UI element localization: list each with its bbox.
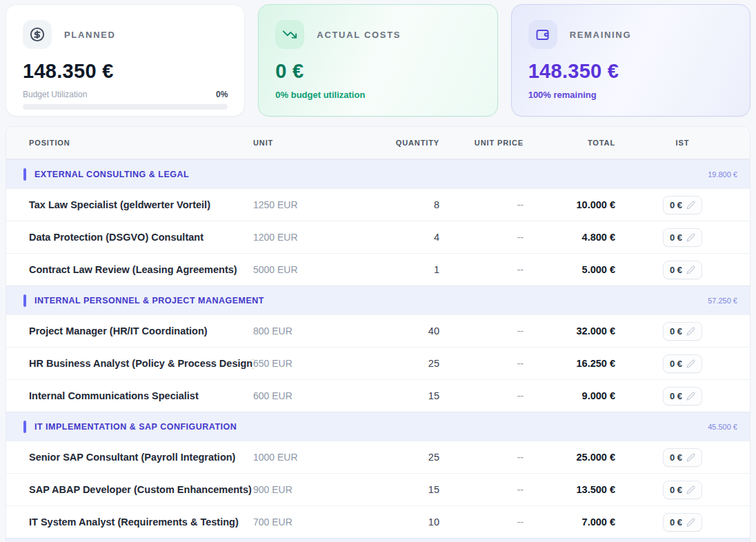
column-header-ist: IST bbox=[615, 139, 750, 147]
quantity-cell: 15 bbox=[339, 484, 439, 495]
table-row: SAP ABAP Developer (Custom Enhancements)… bbox=[6, 473, 750, 505]
quantity-cell: 10 bbox=[339, 516, 439, 528]
unit-cell: 800 EUR bbox=[253, 325, 339, 337]
position-cell: Contract Law Review (Leasing Agreements) bbox=[6, 264, 253, 275]
total-cell: 25.000 € bbox=[536, 452, 615, 463]
unit-cell: 900 EUR bbox=[253, 484, 339, 495]
column-header-total: TOTAL bbox=[536, 139, 615, 147]
group-header-external-consulting: EXTERNAL CONSULTING & LEGAL 19.800 € bbox=[6, 159, 750, 188]
summary-cards: PLANNED 148.350 € Budget Utilization 0% … bbox=[6, 4, 750, 117]
group-header-internal-personnel: INTERNAL PERSONNEL & PROJECT MANAGEMENT … bbox=[6, 285, 750, 314]
planned-value: 148.350 € bbox=[23, 60, 228, 83]
pencil-icon bbox=[686, 518, 695, 527]
unit-price-cell: -- bbox=[439, 358, 536, 369]
budget-page: PLANNED 148.350 € Budget Utilization 0% … bbox=[0, 0, 756, 542]
table-row: Data Protection (DSGVO) Consultant 1200 … bbox=[6, 221, 750, 253]
position-cell: Project Manager (HR/IT Coordination) bbox=[6, 325, 253, 337]
group-title: INTERNAL PERSONNEL & PROJECT MANAGEMENT bbox=[34, 296, 264, 305]
pencil-icon bbox=[686, 359, 695, 368]
group-title: IT IMPLEMENTATION & SAP CONFIGURATION bbox=[34, 422, 237, 432]
unit-price-cell: -- bbox=[439, 484, 536, 495]
quantity-cell: 4 bbox=[339, 232, 439, 243]
unit-price-cell: -- bbox=[439, 516, 536, 528]
quantity-cell: 25 bbox=[339, 358, 439, 369]
unit-cell: 1200 EUR bbox=[253, 232, 339, 243]
pencil-icon bbox=[686, 233, 695, 242]
column-header-unit: UNIT bbox=[253, 139, 339, 147]
ist-edit-button[interactable]: 0 € bbox=[663, 322, 702, 341]
total-cell: 10.000 € bbox=[536, 199, 615, 210]
unit-cell: 600 EUR bbox=[253, 390, 339, 401]
unit-cell: 5000 EUR bbox=[253, 264, 339, 275]
pencil-icon bbox=[686, 265, 695, 274]
planned-card: PLANNED 148.350 € Budget Utilization 0% bbox=[6, 4, 245, 117]
table-header-row: POSITION UNIT QUANTITY UNIT PRICE TOTAL … bbox=[6, 127, 750, 159]
total-cell: 32.000 € bbox=[536, 325, 615, 337]
total-cell: 4.800 € bbox=[536, 232, 615, 243]
planned-label: PLANNED bbox=[64, 30, 116, 40]
quantity-cell: 15 bbox=[339, 390, 439, 401]
unit-price-cell: -- bbox=[439, 199, 536, 210]
group-total: 57.250 € bbox=[708, 297, 737, 305]
total-cell: 7.000 € bbox=[536, 516, 615, 528]
ist-edit-button[interactable]: 0 € bbox=[663, 354, 702, 373]
ist-edit-button[interactable]: 0 € bbox=[663, 481, 702, 499]
actual-costs-value: 0 € bbox=[275, 60, 480, 83]
position-cell: Data Protection (DSGVO) Consultant bbox=[6, 232, 253, 243]
position-cell: Senior SAP Consultant (Payroll Integrati… bbox=[6, 452, 253, 463]
unit-cell: 650 EUR bbox=[253, 358, 339, 369]
ist-value: 0 € bbox=[670, 265, 682, 275]
quantity-cell: 40 bbox=[339, 325, 439, 337]
table-row: Contract Law Review (Leasing Agreements)… bbox=[6, 253, 750, 285]
actual-costs-card: ACTUAL COSTS 0 € 0% budget utilization bbox=[258, 4, 497, 117]
column-header-quantity: QUANTITY bbox=[339, 139, 439, 147]
unit-price-cell: -- bbox=[439, 452, 536, 463]
pencil-icon bbox=[686, 201, 695, 210]
pencil-icon bbox=[686, 453, 695, 462]
ist-edit-button[interactable]: 0 € bbox=[663, 448, 702, 467]
ist-edit-button[interactable]: 0 € bbox=[663, 196, 702, 214]
table-row: Project Manager (HR/IT Coordination) 800… bbox=[6, 314, 750, 347]
position-cell: SAP ABAP Developer (Custom Enhancements) bbox=[6, 484, 253, 495]
ist-value: 0 € bbox=[670, 485, 682, 495]
quantity-cell: 1 bbox=[339, 264, 439, 275]
group-accent-bar bbox=[23, 168, 26, 181]
unit-cell: 1250 EUR bbox=[253, 199, 339, 210]
group-total: 45.500 € bbox=[708, 423, 737, 431]
table-row: Senior SAP Consultant (Payroll Integrati… bbox=[6, 441, 750, 473]
unit-price-cell: -- bbox=[439, 325, 536, 337]
unit-cell: 700 EUR bbox=[253, 516, 339, 528]
ist-edit-button[interactable]: 0 € bbox=[663, 261, 702, 279]
pencil-icon bbox=[686, 327, 695, 336]
utilization-percent: 0% bbox=[216, 90, 228, 99]
actual-costs-label: ACTUAL COSTS bbox=[317, 30, 401, 40]
total-cell: 9.000 € bbox=[536, 390, 615, 401]
quantity-cell: 8 bbox=[339, 199, 439, 210]
unit-price-cell: -- bbox=[439, 264, 536, 275]
position-cell: Internal Communications Specialist bbox=[6, 390, 253, 401]
remaining-card: REMAINING 148.350 € 100% remaining bbox=[511, 4, 750, 117]
ist-value: 0 € bbox=[670, 359, 682, 369]
position-cell: IT System Analyst (Requirements & Testin… bbox=[6, 516, 253, 528]
budget-utilization-bar bbox=[23, 104, 228, 110]
ist-edit-button[interactable]: 0 € bbox=[663, 228, 702, 247]
ist-value: 0 € bbox=[670, 232, 682, 243]
ist-edit-button[interactable]: 0 € bbox=[663, 513, 702, 532]
quantity-cell: 25 bbox=[339, 452, 439, 463]
total-cell: 5.000 € bbox=[536, 264, 615, 275]
ist-value: 0 € bbox=[670, 391, 682, 401]
unit-price-cell: -- bbox=[439, 232, 536, 243]
remaining-subtitle: 100% remaining bbox=[528, 90, 733, 100]
remaining-value: 148.350 € bbox=[528, 60, 733, 83]
group-header-it-implementation: IT IMPLEMENTATION & SAP CONFIGURATION 45… bbox=[6, 412, 750, 441]
ist-value: 0 € bbox=[670, 517, 682, 528]
position-cell: Tax Law Specialist (geldwerter Vorteil) bbox=[6, 199, 253, 210]
pencil-icon bbox=[686, 485, 695, 494]
table-row: IT System Analyst (Requirements & Testin… bbox=[6, 505, 750, 538]
table-row: Tax Law Specialist (geldwerter Vorteil) … bbox=[6, 188, 750, 221]
trending-down-icon bbox=[275, 20, 304, 49]
actual-costs-subtitle: 0% budget utilization bbox=[275, 90, 480, 100]
column-header-position: POSITION bbox=[6, 139, 253, 147]
ist-edit-button[interactable]: 0 € bbox=[663, 387, 702, 405]
group-accent-bar bbox=[23, 294, 26, 307]
